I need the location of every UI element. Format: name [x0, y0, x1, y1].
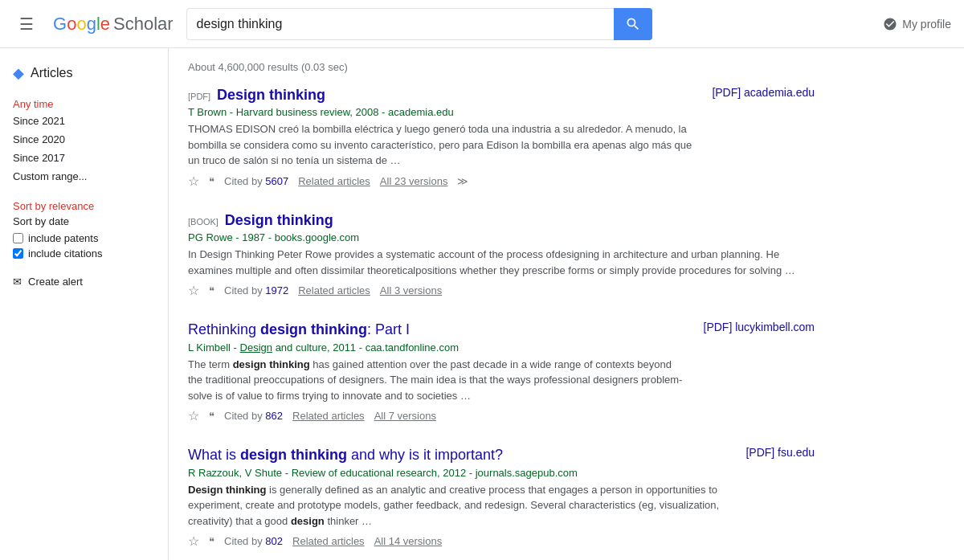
- cited-by-link-4[interactable]: 802: [265, 535, 283, 547]
- more-icon-1[interactable]: ≫: [457, 175, 468, 187]
- results-area: About 4,600,000 results (0.03 sec) [PDF]…: [169, 48, 964, 560]
- related-articles-link-3[interactable]: Related articles: [292, 410, 365, 422]
- result-type-badge-2: [BOOK]: [188, 217, 219, 227]
- main-container: ◆ Articles Any time Since 2021 Since 202…: [0, 48, 964, 560]
- filter-since-2017[interactable]: Since 2017: [13, 150, 155, 166]
- star-icon-1[interactable]: ☆: [188, 174, 199, 189]
- cite-icon-1[interactable]: ❝: [209, 175, 214, 187]
- related-articles-link-1[interactable]: Related articles: [298, 175, 370, 187]
- search-button[interactable]: [614, 8, 652, 40]
- create-alert-button[interactable]: ✉ Create alert: [13, 276, 155, 288]
- date-filter-section: Any time Since 2021 Since 2020 Since 201…: [13, 98, 155, 184]
- related-articles-link-2[interactable]: Related articles: [298, 284, 370, 296]
- result-type-badge-1: [PDF]: [188, 92, 210, 101]
- envelope-icon: ✉: [13, 276, 22, 288]
- result-actions-2: ☆ ❝ Cited by 1972 Related articles All 3…: [188, 283, 815, 298]
- result-row-2: [BOOK] Design thinking PG Rowe - 1987 - …: [188, 211, 815, 298]
- result-title-text-1: Design thinking: [217, 87, 325, 103]
- filter-since-2020[interactable]: Since 2020: [13, 132, 155, 147]
- result-main-1: [PDF] Design thinking T Brown - Harvard …: [188, 86, 692, 189]
- result-snippet-1: THOMAS EDISON creó la bombilla eléctrica…: [188, 121, 692, 169]
- sidebar-articles-label: Articles: [31, 66, 72, 80]
- create-alert-label: Create alert: [28, 276, 83, 288]
- cited-by-link-3[interactable]: 862: [265, 410, 283, 422]
- result-item: [PDF] Design thinking T Brown - Harvard …: [188, 86, 815, 189]
- result-title-bold-4: design thinking: [240, 447, 347, 463]
- result-title-link-3[interactable]: Rethinking design thinking: Part I: [188, 321, 410, 337]
- result-authors-3: L Kimbell - Design and culture, 2011 - c…: [188, 341, 684, 354]
- result-row-1: [PDF] Design thinking T Brown - Harvard …: [188, 86, 815, 189]
- include-citations-checkbox[interactable]: [13, 248, 23, 259]
- my-profile-label: My profile: [902, 18, 951, 31]
- search-icon: [625, 16, 641, 32]
- result-snippet-3: The term design thinking has gained atte…: [188, 357, 684, 404]
- cited-by-link-2[interactable]: 1972: [265, 284, 288, 296]
- include-citations-row: include citations: [13, 247, 155, 260]
- include-patents-row: include patents: [13, 232, 155, 244]
- result-actions-3: ☆ ❝ Cited by 862 Related articles All 7 …: [188, 408, 684, 423]
- filter-since-2021[interactable]: Since 2021: [13, 113, 155, 129]
- articles-icon: ◆: [13, 64, 24, 82]
- logo-scholar-text: Scholar: [113, 14, 174, 35]
- result-title-text-2: Design thinking: [225, 212, 333, 228]
- header: ☰ Google Scholar My profile: [0, 0, 964, 48]
- author-link-3[interactable]: L Kimbell: [188, 341, 231, 354]
- cite-icon-4[interactable]: ❝: [209, 535, 214, 547]
- result-item-2: [BOOK] Design thinking PG Rowe - 1987 - …: [188, 211, 815, 298]
- include-patents-label[interactable]: include patents: [28, 232, 98, 244]
- sort-section: Sort by relevance Sort by date: [13, 200, 155, 227]
- result-title-link-1[interactable]: Design thinking: [217, 87, 325, 103]
- result-snippet-4: Design thinking is generally defined as …: [188, 482, 726, 529]
- result-title-line-4: What is design thinking and why is it im…: [188, 446, 726, 464]
- result-actions-1: ☆ ❝ Cited by 5607 Related articles All 2…: [188, 174, 692, 189]
- star-icon-2[interactable]: ☆: [188, 283, 199, 298]
- result-authors-1: T Brown - Harvard business review, 2008 …: [188, 106, 692, 118]
- star-icon-4[interactable]: ☆: [188, 533, 199, 549]
- pdf-link-4[interactable]: [PDF] fsu.edu: [745, 446, 815, 459]
- result-row-4: What is design thinking and why is it im…: [188, 446, 815, 549]
- all-versions-link-2[interactable]: All 3 versions: [380, 284, 442, 296]
- results-count: About 4,600,000 results (0.03 sec): [188, 61, 945, 73]
- result-main-4: What is design thinking and why is it im…: [188, 446, 726, 549]
- cited-by-4: Cited by 802: [224, 535, 283, 547]
- cited-by-1: Cited by 5607: [224, 175, 288, 187]
- result-title-link-2[interactable]: Design thinking: [225, 212, 333, 228]
- result-authors-2: PG Rowe - 1987 - books.google.com: [188, 231, 815, 243]
- cite-icon-2[interactable]: ❝: [209, 284, 214, 296]
- pdf-link-3[interactable]: [PDF] lucykimbell.com: [704, 321, 815, 333]
- result-row-3: Rethinking design thinking: Part I L Kim…: [188, 321, 815, 423]
- all-versions-link-4[interactable]: All 14 versions: [374, 535, 443, 547]
- my-profile-button[interactable]: My profile: [883, 17, 951, 31]
- star-icon-3[interactable]: ☆: [188, 408, 199, 423]
- result-title-bold-3: design thinking: [260, 321, 367, 337]
- logo-google-text: Google: [53, 14, 110, 35]
- pdf-link-1[interactable]: [PDF] academia.edu: [712, 86, 815, 99]
- result-actions-4: ☆ ❝ Cited by 802 Related articles All 14…: [188, 533, 726, 549]
- checkboxes-section: include patents include citations: [13, 232, 155, 260]
- include-citations-label[interactable]: include citations: [28, 247, 103, 260]
- profile-icon: [883, 17, 897, 31]
- all-versions-link-3[interactable]: All 7 versions: [374, 410, 436, 422]
- filter-any-time[interactable]: Any time: [13, 98, 155, 110]
- result-title-line-2: [BOOK] Design thinking: [188, 211, 815, 230]
- result-title-link-4[interactable]: What is design thinking and why is it im…: [188, 447, 503, 463]
- sidebar: ◆ Articles Any time Since 2021 Since 202…: [0, 48, 169, 560]
- filter-custom-range[interactable]: Custom range...: [13, 169, 155, 184]
- result-main-3: Rethinking design thinking: Part I L Kim…: [188, 321, 684, 423]
- cited-by-link-1[interactable]: 5607: [265, 175, 288, 187]
- menu-icon[interactable]: ☰: [13, 8, 40, 40]
- result-item-4: What is design thinking and why is it im…: [188, 446, 815, 549]
- venue-link-3[interactable]: Design: [240, 341, 272, 354]
- search-form: [186, 8, 652, 40]
- sort-by-date[interactable]: Sort by date: [13, 215, 155, 227]
- result-title-line-1: [PDF] Design thinking: [188, 86, 692, 104]
- related-articles-link-4[interactable]: Related articles: [292, 535, 365, 547]
- sort-by-relevance[interactable]: Sort by relevance: [13, 200, 155, 212]
- cite-icon-3[interactable]: ❝: [209, 410, 214, 422]
- include-patents-checkbox[interactable]: [13, 233, 23, 243]
- all-versions-link-1[interactable]: All 23 versions: [380, 175, 448, 187]
- search-input[interactable]: [186, 8, 614, 40]
- result-title-line-3: Rethinking design thinking: Part I: [188, 321, 684, 339]
- author-link-4b[interactable]: V Shute: [245, 467, 282, 479]
- result-snippet-2: In Design Thinking Peter Rowe provides a…: [188, 247, 815, 278]
